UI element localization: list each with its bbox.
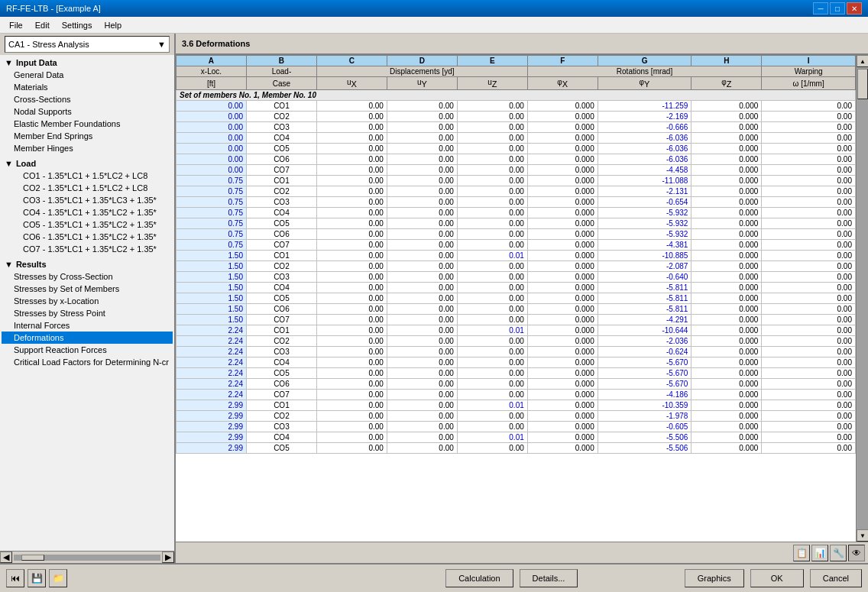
table-view-btn[interactable]: 📋 bbox=[793, 545, 810, 561]
cell-value: 0.00 bbox=[387, 101, 457, 112]
cell-value: 0.000 bbox=[527, 336, 598, 347]
col-header-a: A bbox=[177, 56, 247, 66]
cell-xloc: 1.50 bbox=[177, 283, 247, 293]
section-arrow-icon: ▼ bbox=[5, 159, 13, 168]
details-button[interactable]: Details... bbox=[520, 569, 578, 587]
ok-button[interactable]: OK bbox=[750, 569, 804, 587]
footer-open-btn[interactable]: 📁 bbox=[49, 569, 67, 587]
set-row: Set of members No. 1, Member No. 10 bbox=[177, 90, 856, 101]
cell-xloc: 2.99 bbox=[177, 422, 247, 432]
cell-value: -0.624 bbox=[598, 347, 691, 357]
footer-icon-1[interactable]: ⏮ bbox=[6, 569, 24, 587]
visibility-btn[interactable]: 👁 bbox=[848, 545, 865, 561]
cell-loadcase: CO1 bbox=[246, 176, 316, 186]
footer-save-btn[interactable]: 💾 bbox=[28, 569, 46, 587]
tree-stresses-cross[interactable]: Stresses by Cross-Section bbox=[2, 270, 173, 283]
ca-dropdown[interactable]: CA1 - Stress Analysis ▼ bbox=[5, 36, 170, 53]
sub-header-uz: uZ bbox=[457, 77, 527, 90]
tree-co1[interactable]: CO1 - 1.35*LC1 + 1.5*LC2 + LC8 bbox=[2, 170, 173, 182]
cell-value: -5.670 bbox=[598, 357, 691, 368]
scroll-up-btn[interactable]: ▲ bbox=[857, 55, 868, 67]
cell-value: 0.00 bbox=[457, 208, 527, 218]
table-row: 2.99CO10.000.000.010.000-10.3590.0000.00 bbox=[177, 400, 856, 411]
chart-btn[interactable]: 📊 bbox=[811, 545, 828, 561]
footer-left: ⏮ 💾 📁 bbox=[6, 569, 339, 587]
table-row: 0.75CO50.000.000.000.000-5.9320.0000.00 bbox=[177, 218, 856, 229]
cancel-button[interactable]: Cancel bbox=[810, 569, 862, 587]
cell-value: 0.000 bbox=[691, 315, 762, 325]
title-bar-controls: ─ □ ✕ bbox=[813, 2, 862, 15]
sub-header-warp: Warping bbox=[762, 66, 856, 77]
cell-xloc: 2.24 bbox=[177, 368, 247, 379]
tree-stresses-point[interactable]: Stresses by Stress Point bbox=[2, 307, 173, 319]
cell-xloc: 1.50 bbox=[177, 304, 247, 315]
tree-cross-sections[interactable]: Cross-Sections bbox=[2, 93, 173, 105]
cell-value: 0.000 bbox=[691, 112, 762, 122]
menu-edit[interactable]: Edit bbox=[29, 18, 56, 33]
tree-co7[interactable]: CO7 - 1.35*LC1 + 1.35*LC2 + 1.35* bbox=[2, 243, 173, 255]
cell-value: 0.00 bbox=[762, 443, 856, 454]
cell-value: 0.00 bbox=[387, 293, 457, 304]
tree-co3[interactable]: CO3 - 1.35*LC1 + 1.35*LC3 + 1.35* bbox=[2, 194, 173, 206]
table-row: 2.24CO50.000.000.000.000-5.6700.0000.00 bbox=[177, 368, 856, 379]
tree-general-data[interactable]: General Data bbox=[2, 69, 173, 81]
scroll-thumb-v[interactable] bbox=[857, 69, 868, 99]
cell-value: 0.00 bbox=[457, 240, 527, 251]
scroll-right-btn[interactable]: ▶ bbox=[162, 552, 174, 563]
scroll-thumb[interactable] bbox=[21, 555, 44, 561]
cell-xloc: 2.24 bbox=[177, 357, 247, 368]
tree-support-reactions[interactable]: Support Reaction Forces bbox=[2, 344, 173, 356]
scroll-down-btn[interactable]: ▼ bbox=[857, 529, 868, 542]
maximize-button[interactable]: □ bbox=[830, 2, 845, 15]
right-panel-header: 3.6 Deformations bbox=[176, 34, 868, 53]
cell-loadcase: CO4 bbox=[246, 133, 316, 144]
tree-materials[interactable]: Materials bbox=[2, 81, 173, 93]
cell-value: 0.00 bbox=[316, 112, 387, 122]
cell-value: 0.00 bbox=[457, 347, 527, 357]
cell-value: 0.00 bbox=[762, 144, 856, 154]
scroll-left-btn[interactable]: ◀ bbox=[0, 552, 12, 563]
tree-elastic-member[interactable]: Elastic Member Foundations bbox=[2, 118, 173, 130]
menu-help[interactable]: Help bbox=[98, 18, 128, 33]
tree-co2[interactable]: CO2 - 1.35*LC1 + 1.5*LC2 + LC8 bbox=[2, 182, 173, 194]
menu-settings[interactable]: Settings bbox=[56, 18, 99, 33]
tree-member-end-springs[interactable]: Member End Springs bbox=[2, 130, 173, 142]
table-row: 1.50CO30.000.000.000.000-0.6400.0000.00 bbox=[177, 272, 856, 283]
table-container[interactable]: A B C D E F G H I x-Loc. Load- bbox=[176, 55, 856, 542]
cell-value: 0.00 bbox=[387, 422, 457, 432]
close-button[interactable]: ✕ bbox=[847, 2, 862, 15]
cell-xloc: 0.00 bbox=[177, 112, 247, 122]
tree-critical-load[interactable]: Critical Load Factors for Determining N-… bbox=[2, 356, 173, 368]
cell-value: 0.00 bbox=[762, 251, 856, 261]
cell-value: -4.186 bbox=[598, 390, 691, 400]
table-row: 0.00CO30.000.000.000.000-0.6660.0000.00 bbox=[177, 122, 856, 133]
cell-xloc: 1.50 bbox=[177, 251, 247, 261]
tree-nodal-supports[interactable]: Nodal Supports bbox=[2, 105, 173, 118]
table-row: 2.99CO50.000.000.000.000-5.5060.0000.00 bbox=[177, 443, 856, 454]
tree-stresses-set[interactable]: Stresses by Set of Members bbox=[2, 283, 173, 295]
tree-co6[interactable]: CO6 - 1.35*LC1 + 1.35*LC2 + 1.35* bbox=[2, 231, 173, 243]
cell-value: 0.00 bbox=[387, 208, 457, 218]
minimize-button[interactable]: ─ bbox=[813, 2, 828, 15]
tree-member-hinges[interactable]: Member Hinges bbox=[2, 142, 173, 154]
cell-loadcase: CO7 bbox=[246, 315, 316, 325]
calculation-button[interactable]: Calculation bbox=[445, 569, 513, 587]
cell-value: 0.00 bbox=[316, 229, 387, 240]
cell-value: -4.291 bbox=[598, 315, 691, 325]
cell-value: 0.00 bbox=[387, 229, 457, 240]
tree-deformations[interactable]: Deformations bbox=[2, 332, 173, 344]
graphics-button[interactable]: Graphics bbox=[685, 569, 744, 587]
cell-value: 0.00 bbox=[762, 315, 856, 325]
vertical-scrollbar[interactable]: ▲ ▼ bbox=[856, 55, 868, 542]
cell-value: 0.000 bbox=[691, 229, 762, 240]
tree-stresses-x[interactable]: Stresses by x-Location bbox=[2, 295, 173, 307]
tree-internal-forces[interactable]: Internal Forces bbox=[2, 319, 173, 332]
cell-loadcase: CO6 bbox=[246, 379, 316, 390]
tree-co4[interactable]: CO4 - 1.35*LC1 + 1.35*LC2 + 1.35* bbox=[2, 206, 173, 218]
tree-co5[interactable]: CO5 - 1.35*LC1 + 1.35*LC2 + 1.35* bbox=[2, 218, 173, 231]
cell-value: 0.000 bbox=[527, 422, 598, 432]
settings-icon-btn[interactable]: 🔧 bbox=[830, 545, 847, 561]
menu-file[interactable]: File bbox=[3, 18, 29, 33]
table-row: 2.24CO20.000.000.000.000-2.0360.0000.00 bbox=[177, 336, 856, 347]
cell-value: -5.811 bbox=[598, 293, 691, 304]
